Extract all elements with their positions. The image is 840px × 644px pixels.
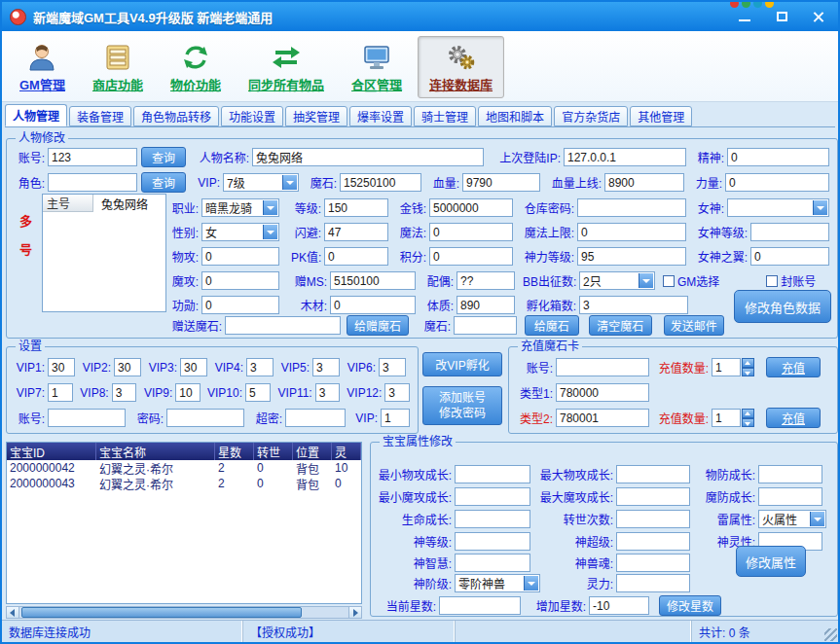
scrollbar-thumb[interactable] [21, 607, 302, 618]
column-header-pet-id[interactable]: 宝宝ID [7, 443, 96, 460]
chevron-down-icon[interactable] [263, 225, 277, 239]
divine-level-input[interactable] [577, 247, 686, 266]
toolbar-connect-database[interactable]: 连接数据库 [418, 36, 504, 98]
stone-give-input[interactable] [454, 316, 516, 335]
vip5-input[interactable] [312, 358, 340, 376]
gender-select[interactable]: 女 [201, 223, 279, 241]
tab-knight-management[interactable]: 骑士管理 [414, 106, 476, 126]
tab-character-management[interactable]: 人物管理 [5, 104, 67, 126]
query-account-button[interactable]: 查询 [141, 147, 186, 167]
wood-input[interactable] [330, 296, 416, 314]
send-mail-button[interactable]: 发送邮件 [664, 315, 724, 336]
chevron-down-icon[interactable] [263, 200, 277, 215]
spirit-input[interactable] [727, 148, 829, 166]
magic-defense-growth-input[interactable] [758, 487, 822, 506]
spinner-up-icon[interactable] [742, 409, 754, 418]
gm-select-checkbox[interactable]: GM选择 [663, 272, 719, 289]
maximize-button[interactable] [770, 7, 793, 26]
minimize-button[interactable] [733, 7, 756, 26]
vip8-input[interactable] [112, 383, 137, 402]
toolbar-zone-merge[interactable]: 合区管理 [340, 36, 414, 98]
list-item[interactable]: 兔兔网络 [93, 196, 148, 212]
column-header-pet-name[interactable]: 宝宝名称 [96, 443, 215, 460]
gift-stone-input[interactable] [225, 316, 341, 335]
tab-function-settings[interactable]: 功能设置 [221, 106, 283, 126]
tab-lottery-management[interactable]: 抽奖管理 [285, 106, 347, 126]
vip1-input[interactable] [48, 358, 75, 376]
stone-input[interactable] [340, 173, 421, 192]
god-level-input[interactable] [455, 532, 530, 551]
god-wisdom-input[interactable] [455, 554, 530, 572]
vip9-input[interactable] [175, 383, 201, 402]
spouse-input[interactable] [457, 271, 515, 290]
spirit-power-input[interactable] [616, 574, 690, 592]
settings-vip-input[interactable] [381, 409, 410, 427]
table-row[interactable]: 2000000042 幻翼之灵·希尔 2 0 背包 10 [7, 460, 361, 476]
recharge-amount-input-1[interactable] [712, 358, 741, 376]
resize-grip[interactable] [824, 628, 837, 641]
ban-account-checkbox[interactable]: 封账号 [766, 272, 816, 289]
element-select[interactable]: 火属性 [758, 510, 826, 528]
vip-select[interactable]: 7级 [223, 173, 299, 192]
goddess-wing-input[interactable] [750, 247, 829, 266]
constitution-input[interactable] [457, 296, 515, 314]
incubator-count-input[interactable] [579, 296, 688, 314]
tab-other-management[interactable]: 其他管理 [630, 106, 692, 126]
max-magic-growth-input[interactable] [616, 487, 690, 506]
chevron-down-icon[interactable] [813, 200, 827, 215]
physical-attack-input[interactable] [201, 247, 279, 266]
spinner-up-icon[interactable] [742, 358, 754, 368]
warehouse-password-input[interactable] [577, 198, 686, 217]
pk-value-input[interactable] [324, 247, 388, 266]
hp-max-input[interactable] [604, 173, 684, 192]
super-password-input[interactable] [285, 409, 346, 427]
tab-equipment-management[interactable]: 装备管理 [69, 106, 131, 126]
tab-drop-rate[interactable]: 爆率设置 [349, 106, 412, 126]
chevron-down-icon[interactable] [524, 576, 538, 590]
column-header-location[interactable]: 位置 [293, 443, 332, 460]
recharge-amount-input-2[interactable] [712, 409, 741, 427]
strength-input[interactable] [725, 173, 829, 192]
clear-stone-button[interactable]: 清空魔石 [589, 315, 651, 336]
role-input[interactable] [48, 173, 137, 192]
checkbox-icon[interactable] [663, 275, 675, 287]
bb-count-select[interactable]: 2只 [579, 271, 655, 290]
level-input[interactable] [324, 198, 388, 217]
life-growth-input[interactable] [455, 510, 530, 528]
character-name-input[interactable] [252, 148, 484, 166]
dodge-input[interactable] [324, 223, 388, 241]
tab-official-grocery[interactable]: 官方杂货店 [554, 106, 628, 126]
gift-ms-input[interactable] [330, 271, 416, 290]
physical-defense-growth-input[interactable] [758, 465, 822, 483]
give-stone-button[interactable]: 给魔石 [525, 315, 580, 336]
max-physical-growth-input[interactable] [616, 465, 690, 483]
vip6-input[interactable] [379, 358, 406, 376]
min-physical-growth-input[interactable] [455, 465, 530, 483]
main-account-column-header[interactable]: 主号 [43, 195, 93, 212]
modify-attribute-button[interactable]: 修改属性 [736, 546, 806, 577]
vip3-input[interactable] [180, 358, 207, 376]
vip11-input[interactable] [315, 383, 341, 402]
god-super-input[interactable] [616, 532, 690, 551]
magic-max-input[interactable] [577, 223, 686, 241]
column-header-stars[interactable]: 星数 [215, 443, 254, 460]
chevron-down-icon[interactable] [282, 175, 297, 190]
quantity-stepper[interactable] [742, 409, 754, 427]
horizontal-scrollbar[interactable] [6, 606, 362, 619]
scroll-right-icon[interactable] [348, 607, 361, 618]
points-input[interactable] [429, 247, 513, 266]
checkbox-icon[interactable] [766, 275, 778, 287]
recharge-button-1[interactable]: 充值 [766, 357, 821, 377]
merit-input[interactable] [201, 296, 279, 314]
min-magic-growth-input[interactable] [455, 487, 530, 506]
add-account-change-password-button[interactable]: 添加账号 修改密码 [422, 386, 502, 425]
modify-stars-button[interactable]: 修改星数 [659, 595, 721, 616]
magic-input[interactable] [429, 223, 513, 241]
rebirth-count-input[interactable] [616, 510, 690, 528]
close-button[interactable] [807, 7, 830, 26]
toolbar-price-functions[interactable]: 物价功能 [159, 36, 233, 98]
column-header-spirit[interactable]: 灵 [332, 443, 361, 460]
goddess-select[interactable] [727, 198, 829, 217]
money-input[interactable] [429, 198, 513, 217]
quantity-stepper[interactable] [742, 358, 754, 376]
